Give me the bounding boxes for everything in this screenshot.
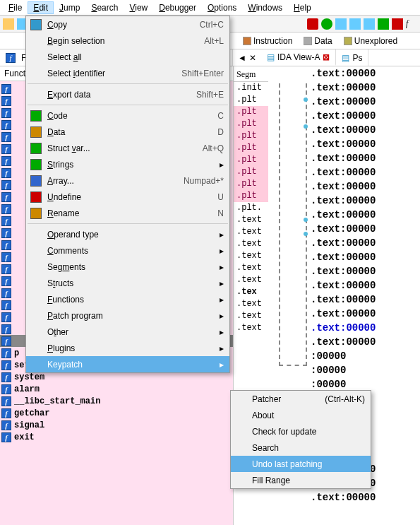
submenu-item-check-for-update[interactable]: Check for update bbox=[231, 423, 371, 440]
segment-line[interactable]: .plt. bbox=[234, 202, 268, 214]
disasm-line[interactable]: .text:00000 bbox=[311, 293, 420, 307]
debug-stop-icon[interactable] bbox=[307, 18, 318, 30]
menu-debugger[interactable]: Debugger bbox=[153, 1, 202, 14]
segment-line[interactable]: .text bbox=[234, 226, 268, 238]
segment-line[interactable]: .plt bbox=[234, 130, 268, 142]
menu-item-strings[interactable]: Strings▸ bbox=[26, 156, 229, 172]
disasm-line[interactable]: .text:00000 bbox=[311, 250, 420, 264]
function-row[interactable]: falarm bbox=[0, 383, 233, 395]
segment-line[interactable]: .plt bbox=[234, 178, 268, 190]
disasm-line[interactable]: .text:00000 bbox=[311, 335, 420, 349]
submenu-item-patcher[interactable]: Patcher(Ctrl-Alt-K) bbox=[231, 391, 371, 407]
submenu-item-about[interactable]: About bbox=[231, 407, 371, 423]
segment-line[interactable]: .plt bbox=[234, 154, 268, 166]
menu-item-functions[interactable]: Functions▸ bbox=[26, 291, 229, 307]
tb-icon[interactable]: f bbox=[406, 18, 417, 30]
ps-tab[interactable]: ▤ Ps bbox=[336, 49, 368, 66]
menu-item-segments[interactable]: Segments▸ bbox=[26, 259, 229, 275]
menu-item-select-identifier[interactable]: Select identifierShift+Enter bbox=[26, 65, 229, 81]
menu-item-begin-selection[interactable]: Begin selectionAlt+L bbox=[26, 33, 229, 49]
menu-item-comments[interactable]: Comments▸ bbox=[26, 242, 229, 259]
function-row[interactable]: f__libc_start_main bbox=[0, 395, 233, 407]
segment-line[interactable]: .text bbox=[234, 310, 268, 322]
segment-line[interactable]: .tex bbox=[234, 286, 268, 298]
segment-line[interactable]: .plt bbox=[234, 190, 268, 202]
disasm-line[interactable]: .text:00000 bbox=[311, 165, 420, 179]
menu-item-other[interactable]: Other▸ bbox=[26, 324, 229, 340]
segment-line[interactable]: .plt bbox=[234, 118, 268, 130]
disasm-line[interactable]: .text:00000 bbox=[311, 307, 420, 321]
tb-icon[interactable] bbox=[378, 18, 389, 30]
menu-item-export-data[interactable]: Export dataShift+E bbox=[26, 86, 229, 102]
menu-options[interactable]: Options bbox=[202, 1, 242, 14]
function-row[interactable]: fsignal bbox=[0, 419, 233, 431]
function-row[interactable]: fgetchar bbox=[0, 407, 233, 419]
segment-line[interactable]: .text bbox=[234, 298, 268, 310]
disasm-line[interactable]: .text:00000 bbox=[311, 208, 420, 222]
menu-file[interactable]: File bbox=[3, 1, 28, 14]
disasm-line[interactable]: .text:00000 bbox=[311, 264, 420, 278]
segment-line[interactable]: .text bbox=[234, 238, 268, 250]
menu-item-operand-type[interactable]: Operand type▸ bbox=[26, 226, 229, 242]
menu-item-undefine[interactable]: UndefineU bbox=[26, 189, 229, 205]
disasm-line[interactable]: .text:00000 bbox=[311, 151, 420, 165]
disasm-line[interactable]: .text:00000 bbox=[311, 179, 420, 194]
menu-help[interactable]: Help bbox=[288, 1, 317, 14]
menu-item-structs[interactable]: Structs▸ bbox=[26, 275, 229, 291]
menu-item-patch-program[interactable]: Patch program▸ bbox=[26, 307, 229, 324]
menu-item-keypatch[interactable]: Keypatch▸ bbox=[26, 356, 229, 372]
menu-item-copy[interactable]: CopyCtrl+C bbox=[26, 16, 229, 33]
disasm-line[interactable]: .text:00000 bbox=[311, 321, 420, 335]
segment-line[interactable]: .init bbox=[234, 82, 268, 94]
menu-item-struct-var-[interactable]: Struct var...Alt+Q bbox=[26, 140, 229, 156]
tb-icon[interactable] bbox=[3, 18, 14, 30]
segment-line[interactable]: .text bbox=[234, 322, 268, 334]
function-row[interactable]: fexit bbox=[0, 431, 233, 443]
menu-edit[interactable]: Edit bbox=[28, 1, 54, 14]
menu-item-rename[interactable]: RenameN bbox=[26, 205, 229, 221]
segment-line[interactable]: .text bbox=[234, 250, 268, 262]
disasm-line[interactable]: .text:00000 bbox=[311, 81, 420, 95]
menu-item-data[interactable]: DataD bbox=[26, 124, 229, 140]
menu-item-array-[interactable]: Array...Numpad+* bbox=[26, 172, 229, 189]
submenu-item-search[interactable]: Search bbox=[231, 440, 371, 456]
menu-view[interactable]: View bbox=[124, 1, 153, 14]
disasm-line[interactable]: .text:00000 bbox=[311, 222, 420, 236]
menu-item-plugins[interactable]: Plugins▸ bbox=[26, 340, 229, 356]
segment-line[interactable]: .text bbox=[234, 274, 268, 286]
tb-icon[interactable] bbox=[364, 18, 375, 30]
debug-run-icon[interactable] bbox=[321, 18, 332, 30]
disasm-line[interactable]: .text:00000 bbox=[311, 109, 420, 123]
segment-line[interactable] bbox=[234, 334, 268, 346]
disasm-line[interactable]: :00000 bbox=[311, 363, 420, 377]
disasm-line[interactable]: .text:00000 bbox=[311, 490, 420, 505]
close-tab-icon[interactable]: ⊠ bbox=[323, 52, 330, 62]
segment-line[interactable]: .plt bbox=[234, 94, 268, 106]
menu-jump[interactable]: Jump bbox=[54, 1, 85, 14]
segment-line[interactable]: .plt bbox=[234, 142, 268, 154]
submenu-item-undo-last-patching[interactable]: Undo last patching bbox=[231, 456, 371, 472]
disasm-line[interactable]: :00000 bbox=[311, 377, 420, 391]
tb-icon[interactable] bbox=[392, 18, 403, 30]
disasm-line[interactable]: .text:00000 bbox=[311, 194, 420, 208]
tb-icon[interactable] bbox=[335, 18, 347, 30]
menu-windows[interactable]: Windows bbox=[242, 1, 288, 14]
disasm-line[interactable]: .text:00000 bbox=[311, 123, 420, 137]
segment-line[interactable]: .text bbox=[234, 262, 268, 274]
segment-line[interactable]: .text bbox=[234, 214, 268, 226]
ida-view-tab[interactable]: ▤ IDA View-A ⊠ bbox=[261, 49, 336, 66]
disasm-line[interactable]: .text:00000 bbox=[311, 278, 420, 293]
tb-icon[interactable] bbox=[349, 18, 361, 30]
segment-line[interactable]: .plt bbox=[234, 166, 268, 178]
disasm-line[interactable]: .text:00000 bbox=[311, 95, 420, 109]
segments-header[interactable]: Segm bbox=[234, 68, 268, 82]
arrow-left-icon[interactable]: ◄ bbox=[238, 53, 246, 63]
disasm-line[interactable]: :00000 bbox=[311, 349, 420, 363]
menu-item-select-all[interactable]: Select all bbox=[26, 49, 229, 65]
disasm-line[interactable]: .text:00000 bbox=[311, 66, 420, 81]
segment-line[interactable] bbox=[234, 346, 268, 358]
disasm-line[interactable]: .text:00000 bbox=[311, 236, 420, 250]
segment-line[interactable]: .plt bbox=[234, 106, 268, 118]
menu-search[interactable]: Search bbox=[85, 1, 124, 14]
disasm-line[interactable]: .text:00000 bbox=[311, 137, 420, 151]
